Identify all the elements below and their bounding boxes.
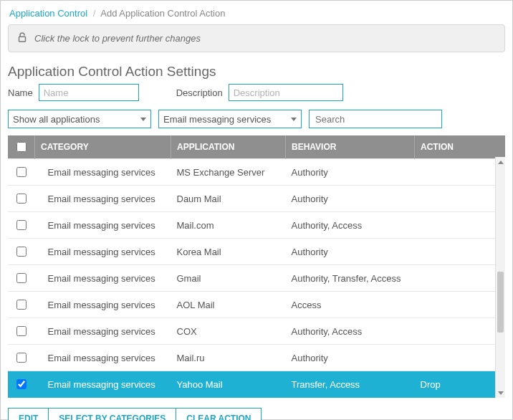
name-input[interactable] — [39, 84, 139, 101]
scroll-down-button[interactable] — [496, 388, 505, 398]
table-row[interactable]: Email messaging servicesKorea MailAuthor… — [8, 239, 505, 265]
cell-action — [415, 265, 506, 292]
chevron-down-icon — [140, 118, 146, 121]
header-category[interactable]: CATEGORY — [35, 135, 171, 159]
filter-category-value: Email messaging services — [163, 114, 271, 125]
table-row[interactable]: Email messaging servicesYahoo MailTransf… — [8, 371, 505, 398]
filter-apps-select[interactable]: Show all applications — [8, 110, 151, 128]
table-row[interactable]: Email messaging servicesCOXAuthority, Ac… — [8, 318, 505, 345]
scroll-thumb[interactable] — [497, 272, 504, 333]
header-action[interactable]: ACTION — [415, 135, 506, 159]
chevron-down-icon — [291, 118, 297, 121]
cell-action — [415, 345, 506, 371]
breadcrumb-separator: / — [93, 8, 96, 19]
table-header-row: CATEGORY APPLICATION BEHAVIOR ACTION — [8, 135, 505, 159]
cell-category: Email messaging services — [35, 292, 171, 318]
cell-behavior: Authority, Access — [286, 212, 415, 239]
cell-application: AOL Mail — [171, 292, 286, 318]
row-checkbox-cell — [8, 212, 35, 239]
cell-behavior: Authority — [286, 345, 415, 371]
cell-behavior: Authority, Access — [286, 318, 415, 345]
cell-category: Email messaging services — [35, 371, 171, 398]
cell-application: COX — [171, 318, 286, 345]
breadcrumb-root-link[interactable]: Application Control — [9, 8, 87, 19]
search-input[interactable] — [314, 111, 437, 127]
row-checkbox[interactable] — [16, 220, 27, 230]
lock-bar: Click the lock to prevent further change… — [8, 24, 505, 52]
cell-action: Drop — [415, 371, 506, 398]
row-checkbox[interactable] — [16, 247, 27, 257]
row-checkbox-cell — [8, 239, 35, 265]
row-checkbox-cell — [8, 371, 35, 398]
cell-action — [415, 159, 506, 186]
clear-action-button[interactable]: CLEAR ACTION — [176, 408, 262, 420]
cell-behavior: Authority — [286, 186, 415, 212]
cell-application: MS Exchange Server — [171, 159, 286, 186]
cell-application: Yahoo Mail — [171, 371, 286, 398]
search-wrap — [309, 110, 442, 128]
cell-category: Email messaging services — [35, 212, 171, 239]
filter-apps-value: Show all applications — [13, 114, 100, 125]
cell-application: Korea Mail — [171, 239, 286, 265]
edit-button[interactable]: EDIT — [8, 408, 49, 420]
breadcrumb-current: Add Application Control Action — [100, 8, 225, 19]
filter-row: Show all applications Email messaging se… — [8, 110, 505, 128]
filter-category-select[interactable]: Email messaging services — [158, 110, 302, 128]
cell-application: Daum Mail — [171, 186, 286, 212]
vertical-scrollbar[interactable] — [495, 157, 505, 398]
name-label: Name — [8, 87, 33, 98]
cell-category: Email messaging services — [35, 345, 171, 371]
row-checkbox[interactable] — [16, 300, 27, 310]
row-checkbox-cell — [8, 186, 35, 212]
row-checkbox[interactable] — [16, 353, 27, 363]
row-checkbox-cell — [8, 159, 35, 186]
row-checkbox-cell — [8, 265, 35, 292]
cell-category: Email messaging services — [35, 159, 171, 186]
header-checkbox-cell — [8, 135, 35, 159]
select-by-categories-button[interactable]: SELECT BY CATEGORIES — [48, 408, 176, 420]
table-row[interactable]: Email messaging servicesMS Exchange Serv… — [8, 159, 505, 186]
cell-behavior: Authority — [286, 239, 415, 265]
header-application[interactable]: APPLICATION — [171, 135, 286, 159]
cell-action — [415, 318, 506, 345]
cell-category: Email messaging services — [35, 186, 171, 212]
description-input[interactable] — [229, 84, 343, 101]
form-row: Name Description — [8, 84, 505, 101]
svg-rect-0 — [19, 37, 26, 42]
lock-open-icon[interactable] — [16, 31, 29, 46]
breadcrumb: Application Control / Add Application Co… — [8, 5, 505, 24]
table-row[interactable]: Email messaging servicesMail.ruAuthority — [8, 345, 505, 371]
cell-action — [415, 212, 506, 239]
cell-behavior: Transfer, Access — [286, 371, 415, 398]
cell-behavior: Authority — [286, 159, 415, 186]
cell-category: Email messaging services — [35, 265, 171, 292]
scroll-up-button[interactable] — [496, 157, 505, 167]
cell-category: Email messaging services — [35, 318, 171, 345]
cell-category: Email messaging services — [35, 239, 171, 265]
table-row[interactable]: Email messaging servicesGmailAuthority, … — [8, 265, 505, 292]
select-all-checkbox[interactable] — [16, 142, 27, 152]
cell-application: Mail.com — [171, 212, 286, 239]
row-checkbox[interactable] — [16, 194, 27, 204]
row-checkbox[interactable] — [16, 167, 27, 177]
header-behavior[interactable]: BEHAVIOR — [286, 135, 415, 159]
table-row[interactable]: Email messaging servicesMail.comAuthorit… — [8, 212, 505, 239]
cell-action — [415, 292, 506, 318]
cell-action — [415, 239, 506, 265]
cell-application: Gmail — [171, 265, 286, 292]
table-row[interactable]: Email messaging servicesDaum MailAuthori… — [8, 186, 505, 212]
table-wrap: CATEGORY APPLICATION BEHAVIOR ACTION Ema… — [8, 135, 505, 398]
cell-behavior: Access — [286, 292, 415, 318]
cell-application: Mail.ru — [171, 345, 286, 371]
row-checkbox-cell — [8, 292, 35, 318]
row-checkbox[interactable] — [16, 273, 27, 283]
lock-message: Click the lock to prevent further change… — [34, 33, 201, 44]
row-checkbox[interactable] — [16, 326, 27, 336]
page-container: Application Control / Add Application Co… — [0, 0, 513, 420]
table-row[interactable]: Email messaging servicesAOL MailAccess — [8, 292, 505, 318]
row-checkbox-cell — [8, 345, 35, 371]
row-checkbox[interactable] — [16, 379, 27, 389]
description-label: Description — [176, 87, 223, 98]
applications-table: CATEGORY APPLICATION BEHAVIOR ACTION Ema… — [8, 135, 505, 398]
page-title: Application Control Action Settings — [8, 64, 505, 80]
